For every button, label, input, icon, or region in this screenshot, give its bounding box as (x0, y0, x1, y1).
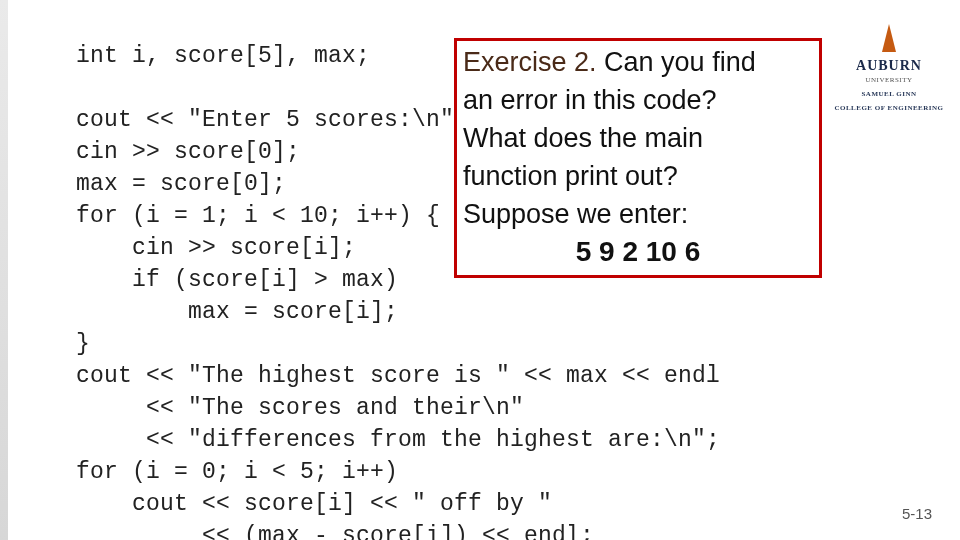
exercise-line: What does the main (463, 119, 813, 157)
tower-icon (882, 24, 896, 52)
exercise-text: Can you find (604, 47, 756, 77)
logo-college-1: SAMUEL GINN (834, 90, 944, 98)
logo-name: AUBURN (834, 58, 944, 74)
auburn-logo: AUBURN UNIVERSITY SAMUEL GINN COLLEGE OF… (834, 24, 944, 112)
exercise-line: Exercise 2. Can you find (463, 43, 813, 81)
exercise-callout: Exercise 2. Can you find an error in thi… (454, 38, 822, 278)
exercise-title: Exercise 2. (463, 47, 604, 77)
logo-college-2: COLLEGE OF ENGINEERING (834, 104, 944, 112)
logo-sub: UNIVERSITY (834, 76, 944, 84)
exercise-input-numbers: 5 9 2 10 6 (463, 233, 813, 271)
slide-left-strip (0, 0, 8, 540)
page-number: 5-13 (902, 505, 932, 522)
exercise-line: function print out? (463, 157, 813, 195)
exercise-line: Suppose we enter: (463, 195, 813, 233)
exercise-line: an error in this code? (463, 81, 813, 119)
